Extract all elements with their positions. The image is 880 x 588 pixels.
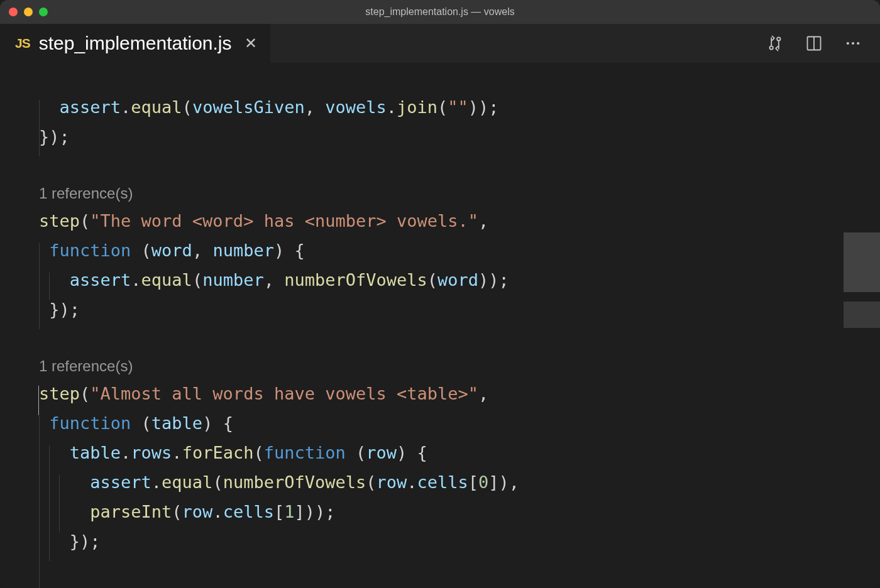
minimize-window-button[interactable]	[24, 8, 33, 16]
code-token: "Almost all words have vowels <table>"	[90, 384, 478, 403]
code-token: join	[397, 97, 437, 117]
code-token: parseInt	[90, 502, 172, 521]
code-token: equal	[131, 97, 182, 117]
code-token: row	[366, 443, 397, 462]
code-token: cells	[417, 472, 468, 492]
svg-point-4	[847, 42, 849, 45]
code-token: assert	[70, 270, 131, 290]
code-token: word	[151, 241, 192, 260]
code-token: assert	[90, 472, 151, 492]
code-token: function	[49, 413, 131, 433]
open-changes-icon[interactable]	[766, 34, 784, 53]
code-token: cells	[223, 502, 274, 521]
codelens-references[interactable]: 1 reference(s)	[39, 354, 880, 379]
code-token: number	[212, 241, 274, 260]
more-actions-icon[interactable]	[844, 34, 862, 53]
code-token: row	[182, 502, 213, 521]
codelens-references[interactable]: 1 reference(s)	[39, 181, 880, 206]
svg-point-0	[769, 46, 773, 49]
split-editor-icon[interactable]	[805, 34, 823, 53]
close-window-button[interactable]	[9, 8, 18, 16]
code-token: table	[70, 443, 121, 462]
svg-point-6	[857, 42, 859, 45]
zoom-window-button[interactable]	[39, 8, 48, 16]
code-token: forEach	[182, 443, 254, 462]
code-token: table	[151, 413, 202, 433]
code-token: word	[437, 270, 478, 290]
title-bar: step_implementation.js — vowels	[0, 0, 880, 24]
editor[interactable]: assert.equal(vowelsGiven, vowels.join(""…	[0, 63, 880, 588]
code-token: equal	[141, 270, 192, 290]
code-token: step	[39, 211, 80, 231]
window-title: step_implementation.js — vowels	[0, 6, 880, 18]
code-token: vowelsGiven	[192, 97, 305, 117]
svg-point-5	[852, 42, 854, 45]
code-token: function	[264, 443, 346, 462]
code-token: step	[39, 384, 80, 403]
svg-point-1	[777, 37, 780, 40]
code-token: vowels	[325, 97, 387, 117]
code-token: numberOfVowels	[284, 270, 427, 290]
close-tab-button[interactable]: ✕	[245, 36, 257, 51]
minimap-viewport[interactable]	[844, 232, 880, 292]
code-token: equal	[162, 472, 212, 492]
tab-bar: JS step_implementation.js ✕	[0, 24, 880, 63]
code-token: function	[49, 241, 131, 260]
editor-window: step_implementation.js — vowels JS step_…	[0, 0, 880, 588]
code-token: number	[202, 270, 264, 290]
traffic-lights	[9, 8, 48, 16]
javascript-file-icon: JS	[15, 36, 30, 51]
code-token: row	[376, 472, 407, 492]
code-token: 0	[478, 472, 488, 492]
code-token: "The word <word> has <number> vowels."	[90, 211, 478, 231]
code-area[interactable]: assert.equal(vowelsGiven, vowels.join(""…	[0, 63, 880, 588]
code-token: assert	[60, 97, 121, 117]
code-token: ""	[448, 97, 468, 117]
editor-tab[interactable]: JS step_implementation.js ✕	[0, 24, 270, 63]
tab-label: step_implementation.js	[39, 33, 232, 54]
minimap[interactable]	[844, 63, 880, 588]
code-token: rows	[131, 443, 172, 462]
minimap-marker	[844, 302, 880, 328]
code-token: numberOfVowels	[223, 472, 366, 492]
code-token: 1	[284, 502, 294, 521]
editor-actions	[766, 24, 880, 63]
